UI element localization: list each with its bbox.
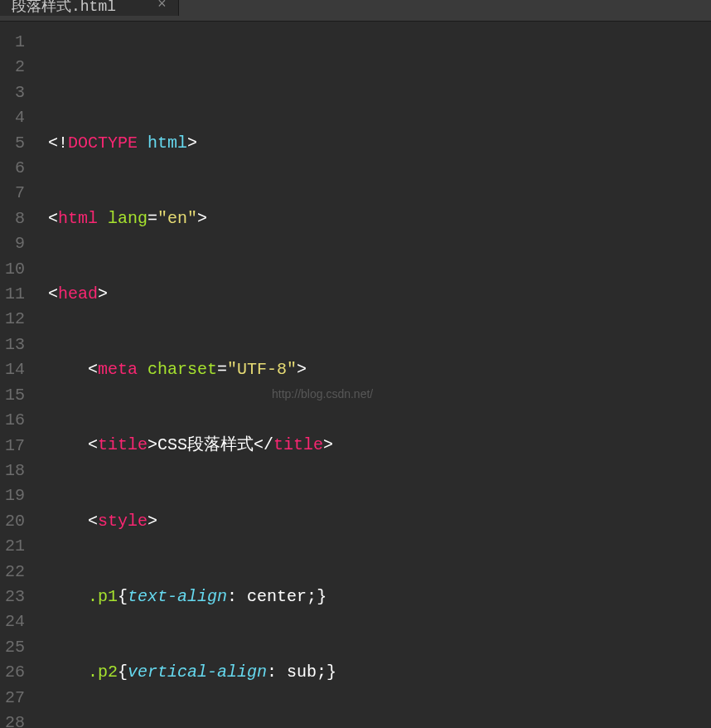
line-number: 27: [5, 686, 25, 711]
line-number: 21: [5, 534, 25, 559]
line-number: 28: [5, 711, 25, 728]
code-line: <title>CSS段落样式</title>: [48, 433, 711, 458]
line-number: 9: [5, 231, 25, 256]
line-number: 19: [5, 483, 25, 508]
line-number: 14: [5, 357, 25, 382]
line-number: 1: [5, 30, 25, 55]
line-number: 15: [5, 383, 25, 408]
line-number: 16: [5, 408, 25, 433]
code-line: <!DOCTYPE html>: [48, 131, 711, 156]
line-number: 22: [5, 560, 25, 585]
line-number: 17: [5, 434, 25, 459]
line-number: 23: [5, 585, 25, 609]
line-number: 3: [5, 80, 25, 105]
tab-bar: 段落样式.html ×: [0, 0, 711, 22]
watermark-text: http://blog.csdn.net/: [272, 381, 373, 406]
line-number-gutter: 1 2 3 4 5 6 7 8 9 10 11 12 13 14 15 16 1…: [0, 22, 33, 728]
code-line: .p2{vertical-align: sub;}: [48, 660, 711, 685]
line-number: 25: [5, 635, 25, 660]
file-tab[interactable]: 段落样式.html ×: [0, 0, 179, 16]
tab-title: 段落样式.html: [12, 0, 116, 16]
line-number: 2: [5, 55, 25, 80]
line-number: 5: [5, 131, 25, 156]
line-number: 13: [5, 332, 25, 357]
line-number: 24: [5, 609, 25, 634]
code-line: .p1{text-align: center;}: [48, 585, 711, 609]
code-line: <head>: [48, 282, 711, 307]
close-icon[interactable]: ×: [157, 0, 167, 12]
code-line: <meta charset="UTF-8">: [48, 357, 711, 382]
line-number: 20: [5, 509, 25, 534]
line-number: 4: [5, 105, 25, 130]
line-number: 11: [5, 282, 25, 307]
line-number: 8: [5, 206, 25, 231]
code-line: <style>: [48, 509, 711, 534]
line-number: 26: [5, 660, 25, 685]
line-number: 18: [5, 459, 25, 483]
line-number: 10: [5, 257, 25, 282]
code-content[interactable]: http://blog.csdn.net/ <!DOCTYPE html> <h…: [33, 22, 711, 728]
code-line: <html lang="en">: [48, 206, 711, 231]
line-number: 12: [5, 307, 25, 332]
line-number: 7: [5, 181, 25, 206]
line-number: 6: [5, 156, 25, 181]
code-editor[interactable]: 1 2 3 4 5 6 7 8 9 10 11 12 13 14 15 16 1…: [0, 22, 711, 728]
